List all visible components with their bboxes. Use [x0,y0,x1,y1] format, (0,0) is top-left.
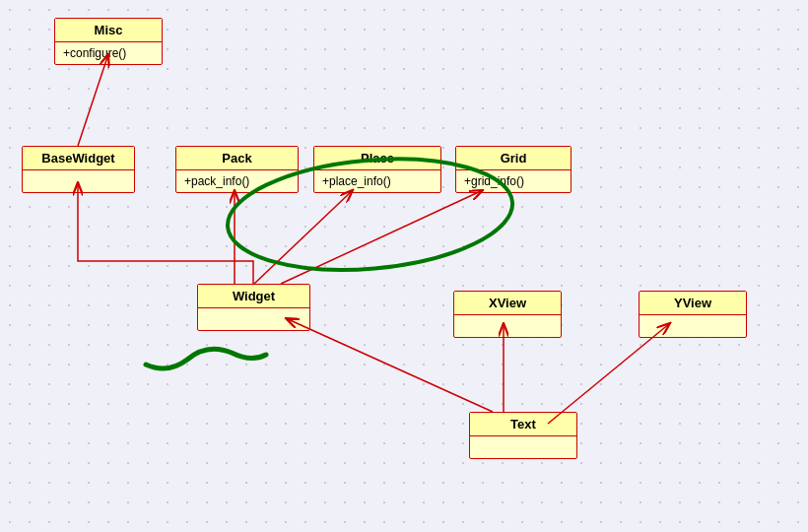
svg-line-0 [78,54,108,146]
basewidget-methods [23,170,134,192]
basewidget-title: BaseWidget [23,147,134,170]
grid-box: Grid +grid_info() [455,146,572,193]
pack-methods: +pack_info() [176,170,298,192]
yview-box: YView [639,291,747,338]
yview-title: YView [640,292,746,315]
widget-title: Widget [198,285,309,308]
xview-box: XView [453,291,562,338]
text-title: Text [470,413,576,436]
place-methods: +place_info() [314,170,440,192]
svg-line-6 [548,323,670,424]
misc-box: Misc +configure() [54,18,163,65]
xview-title: XView [454,292,561,315]
place-box: Place +place_info() [313,146,441,193]
widget-methods [198,308,309,330]
yview-methods [640,315,746,337]
svg-line-3 [281,190,483,284]
widget-box: Widget [197,284,310,331]
misc-title: Misc [55,19,162,42]
misc-methods: +configure() [55,42,162,64]
place-title: Place [314,147,440,170]
grid-title: Grid [456,147,571,170]
pack-box: Pack +pack_info() [175,146,299,193]
pack-title: Pack [176,147,298,170]
text-box: Text [469,412,577,459]
diagram-svg [0,0,808,532]
text-methods [470,436,576,458]
xview-methods [454,315,561,337]
basewidget-box: BaseWidget [22,146,135,193]
svg-line-2 [254,190,353,284]
grid-methods: +grid_info() [456,170,571,192]
